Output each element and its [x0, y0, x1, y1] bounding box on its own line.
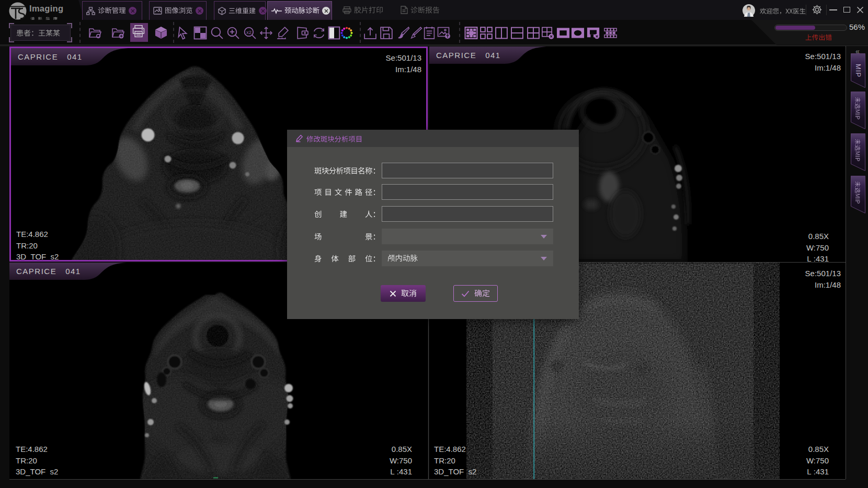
- svg-text:x2: x2: [246, 30, 252, 35]
